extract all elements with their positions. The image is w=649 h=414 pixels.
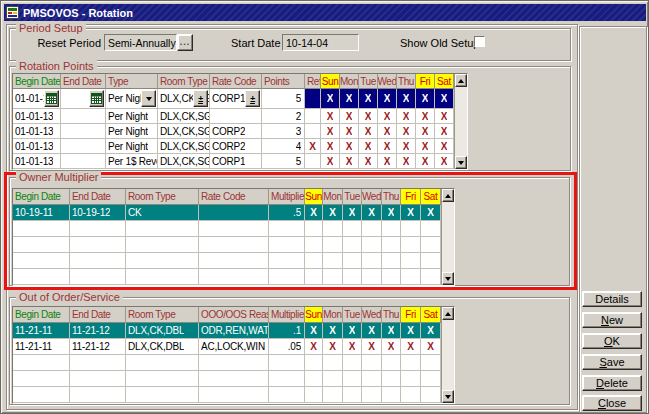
grid-cell: CORP2 — [210, 139, 262, 154]
grid-cell: 5 — [262, 154, 305, 169]
grid-cell — [126, 387, 199, 403]
grid-row[interactable] — [13, 371, 441, 387]
calendar-button[interactable] — [44, 90, 59, 107]
grid-cell — [199, 205, 269, 221]
grid-row[interactable] — [13, 221, 441, 237]
grid-cell: X — [340, 109, 359, 124]
triangle-down-icon — [458, 161, 464, 165]
grid-cell: 01-01-13 — [13, 124, 61, 139]
grid-cell: X — [305, 323, 323, 339]
vertical-scrollbar[interactable] — [441, 189, 454, 285]
grid-cell: 11-21-11 — [13, 339, 70, 355]
grid-cell — [382, 253, 401, 269]
new-button[interactable]: New — [582, 312, 642, 328]
scroll-down-button[interactable] — [455, 156, 467, 169]
grid-cell: Per Night — [106, 109, 158, 124]
grid-cell — [61, 154, 106, 169]
grid-cell: X — [343, 205, 362, 221]
grid-cell: X — [378, 154, 397, 169]
vertical-scrollbar[interactable] — [454, 74, 467, 169]
show-old-setup-checkbox[interactable] — [474, 36, 485, 47]
grid-row[interactable]: 01-01-13Per NightDLX,CK,SGK±CORP1±5XXXXX… — [13, 89, 454, 109]
reset-period-value: Semi-Annually — [108, 37, 176, 49]
grid-cell: X — [416, 124, 435, 139]
window-title: PMSOVOS - Rotation — [23, 7, 133, 19]
grid-cell — [199, 221, 269, 237]
grid-cell — [362, 237, 382, 253]
grid-cell: X — [397, 109, 416, 124]
grid-cell: X — [378, 109, 397, 124]
grid-cell — [61, 139, 106, 154]
scroll-down-button[interactable] — [442, 272, 454, 285]
grid-cell: X — [321, 124, 340, 139]
grid-row[interactable]: 11-21-1111-21-12DLX,CK,DBLAC,LOCK,WIN.05… — [13, 339, 441, 355]
app-icon — [6, 6, 19, 19]
column-header: Sat — [421, 307, 441, 323]
start-date-field[interactable]: 10-14-04 — [282, 34, 359, 51]
grid-cell — [362, 269, 382, 285]
reset-period-field[interactable]: Semi-Annually — [104, 34, 177, 51]
delete-button[interactable]: Delete — [582, 375, 642, 391]
grid-cell — [199, 253, 269, 269]
grid-cell: X — [305, 339, 323, 355]
grid-cell: 11-21-11 — [13, 323, 70, 339]
lov-button[interactable]: ± — [193, 90, 208, 107]
grid-row[interactable]: 10-19-1110-19-12CK.5XXXXXXX — [13, 205, 441, 221]
grid-row[interactable] — [13, 269, 441, 285]
grid-row[interactable]: 11-21-1111-21-12DLX,CK,DBLODR,REN,WATER.… — [13, 323, 441, 339]
vertical-scrollbar[interactable] — [441, 307, 454, 403]
column-header: Sun — [321, 74, 340, 89]
grid-cell — [362, 253, 382, 269]
grid-cell: X — [401, 205, 421, 221]
scroll-down-button[interactable] — [442, 390, 454, 403]
column-header: Points — [262, 74, 305, 89]
grid-cell: X — [378, 139, 397, 154]
column-header: Multiplier — [269, 189, 305, 205]
grid-cell — [199, 355, 269, 371]
start-date-label: Start Date — [231, 37, 279, 49]
grid-row[interactable]: 01-01-13Per NightDLX,CK,SGK,KOCORP24XXXX… — [13, 139, 454, 154]
grid-cell: X — [382, 323, 401, 339]
owner-multiplier-table: Begin DateEnd DateRoom TypeRate CodeMult… — [12, 188, 455, 286]
grid-cell — [343, 387, 362, 403]
column-header: Thu — [382, 307, 401, 323]
grid-cell — [362, 387, 382, 403]
grid-row[interactable]: 01-01-13Per NightDLX,CK,SGK,KOCORP23XXXX… — [13, 124, 454, 139]
grid-cell: 01-01-13 — [13, 109, 61, 124]
column-header: Sun — [305, 189, 323, 205]
column-header: Room Type — [126, 189, 199, 205]
dropdown-button[interactable] — [141, 90, 156, 107]
grid-row[interactable] — [13, 253, 441, 269]
column-header: Mon — [323, 307, 343, 323]
grid-cell: Per Night — [106, 124, 158, 139]
grid-row[interactable] — [13, 237, 441, 253]
lov-button[interactable]: ± — [245, 90, 260, 107]
out-of-order-table: Begin DateEnd DateRoom TypeOOO/OOS Reaso… — [12, 306, 455, 404]
grid-row[interactable] — [13, 387, 441, 403]
column-header: Fri — [401, 189, 421, 205]
scroll-up-button[interactable] — [442, 307, 454, 320]
grid-row[interactable] — [13, 355, 441, 371]
column-header: Mon — [340, 74, 359, 89]
scroll-up-button[interactable] — [442, 189, 454, 202]
grid-row[interactable]: 01-01-13Per NightDLX,CK,SGK,KO2XXXXXXX — [13, 109, 454, 124]
calendar-button[interactable] — [89, 90, 104, 107]
grid-cell — [401, 269, 421, 285]
grid-cell: X — [435, 139, 454, 154]
grid-row[interactable]: 01-01-13Per 1$ RevenuDLX,CK,SGK,KOCORP15… — [13, 154, 454, 169]
save-button[interactable]: Save — [582, 354, 642, 370]
title-bar[interactable]: PMSOVOS - Rotation — [4, 4, 646, 21]
grid-cell: 11-21-12 — [70, 339, 126, 355]
ok-button[interactable]: OK — [582, 333, 642, 349]
grid-cell — [126, 253, 199, 269]
grid-cell: X — [378, 124, 397, 139]
triangle-down-icon — [445, 395, 451, 399]
grid-cell — [382, 355, 401, 371]
grid-cell — [269, 387, 305, 403]
grid-cell — [13, 387, 70, 403]
details-button[interactable]: Details — [582, 291, 642, 307]
browse-button[interactable]: ... — [177, 34, 193, 51]
scroll-up-button[interactable] — [455, 74, 467, 87]
close-button[interactable]: Close — [582, 395, 642, 411]
grid-cell: 10-19-11 — [13, 205, 70, 221]
